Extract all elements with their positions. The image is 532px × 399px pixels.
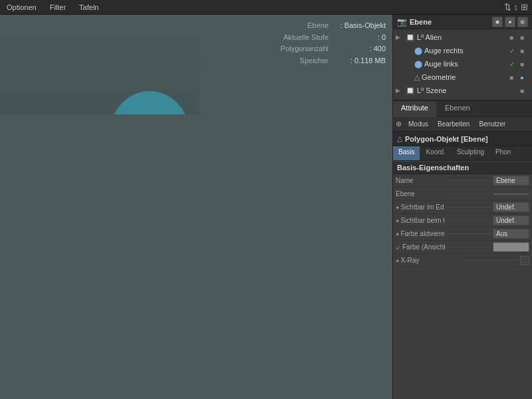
tree-vis-sq-r: ■	[520, 47, 529, 55]
section-header-basis: Basis-Eigenschaften	[393, 161, 532, 174]
prop-label-sr-container: ● Sichtbar beim Rendern	[396, 217, 493, 224]
prop-value-sr[interactable]: Undef.	[493, 215, 529, 225]
tree-label-geo: Geometrie	[422, 73, 507, 81]
tree-vis-alien: ■ ■	[509, 34, 529, 41]
prop-value-ebene[interactable]	[493, 193, 529, 196]
menubar: Optionen Filter Tafeln ⇅ ↕ ⊞	[0, 0, 532, 15]
top-icons: ⇅ ↕ ⊞	[504, 2, 529, 12]
prop-row-farbe-ansicht: ↙ Farbe (Ansicht)	[393, 241, 532, 254]
prop-row-name: Name Ebene	[393, 174, 532, 188]
info-value-2: : 400	[332, 43, 386, 55]
obj-header: △ Polygon-Objekt [Ebene]	[393, 132, 532, 146]
prop-row-xray: ● X-Ray	[393, 254, 532, 267]
icon-layout: ⊞	[521, 2, 528, 12]
menu-tafeln[interactable]: Tafeln	[76, 2, 101, 13]
prop-label-fa-container: ● Farbe aktivieren	[396, 230, 493, 237]
prop-tab-basis[interactable]: Basis	[393, 146, 420, 160]
dots-fa	[447, 233, 490, 234]
prop-tab-koord[interactable]: Koord.	[420, 146, 451, 160]
tree-vis-1: ■	[509, 34, 519, 41]
prop-label-xray-container: ● X-Ray	[396, 257, 520, 264]
tree-icon-eye-r: ⬤	[414, 47, 422, 55]
tree-vis-auge-l: ✓ ■	[509, 61, 529, 68]
scene-header: 📷 Ebene ■ ● ⊕	[393, 15, 532, 29]
attr-toolbar: ⊕ Modus Bearbeiten Benutzer	[393, 117, 532, 132]
info-label-2: Polygonanzahl	[281, 43, 329, 55]
prop-label-se-container: ● Sichtbar im Editor	[396, 203, 493, 211]
props-content: Basis-Eigenschaften Name Ebene Ebene	[393, 161, 532, 399]
tree-label-szene: L⁰ Szene	[417, 86, 518, 95]
prop-value-fansicht[interactable]	[493, 242, 529, 252]
prop-value-fa[interactable]: Aus	[493, 229, 529, 239]
info-label-0: Ebene	[307, 20, 329, 32]
prop-label-ebene: Ebene	[396, 190, 442, 198]
tree-vis-geo-2: ●	[520, 74, 529, 81]
prop-value-xray-checkbox[interactable]	[520, 256, 529, 265]
info-value-1: : 0	[332, 32, 386, 44]
indicator-fa: ●	[396, 231, 399, 237]
grid-canvas	[0, 15, 200, 114]
info-label-3: Speicher	[300, 55, 329, 67]
prop-label-fansicht: Farbe (Ansicht)	[402, 243, 445, 251]
right-panel: 📷 Ebene ■ ● ⊕ ▶ 🔲 L⁰ Alien	[392, 15, 532, 399]
scene-btn-1[interactable]: ■	[492, 17, 503, 27]
attr-toolbar-icon: ⊕	[396, 120, 402, 128]
prop-label-sr: Sichtbar beim Rendern	[400, 217, 444, 224]
prop-label-ebene-container: Ebene	[396, 190, 493, 198]
tree-label-auge-l: Auge links	[424, 60, 507, 68]
tree-item-auge-rechts[interactable]: ⬤ Auge rechts ✓ ■	[393, 44, 532, 57]
scene-tree: ▶ 🔲 L⁰ Alien ■ ■ ⬤ Auge rechts	[393, 29, 532, 98]
indicator-se: ●	[396, 204, 399, 211]
tree-icon-geo: △	[414, 73, 420, 82]
prop-label-xray: X-Ray	[400, 257, 458, 264]
main-area: Ebene : Basis-Objekt Aktuelle Stufe : 0 …	[0, 15, 532, 399]
tab-ebenen[interactable]: Ebenen	[437, 101, 479, 116]
menu-filter[interactable]: Filter	[47, 2, 68, 13]
tree-vis-check-l: ✓	[509, 61, 519, 68]
tree-vis-sq-l: ■	[520, 61, 529, 68]
prop-label-fa: Farbe aktivieren	[400, 230, 444, 237]
prop-tab-sculpting[interactable]: Sculpting	[452, 146, 490, 160]
prop-row-sichtbar-render: ● Sichtbar beim Rendern Undef.	[393, 214, 532, 227]
dots-name	[444, 180, 490, 181]
toolbar-btn-modus[interactable]: Modus	[406, 120, 431, 128]
tree-vis-geo: ■ ●	[509, 74, 529, 81]
tree-vis-check-r: ✓	[509, 47, 519, 55]
dots-ebene	[444, 194, 490, 194]
scene-btn-2[interactable]: ●	[505, 17, 515, 27]
tree-item-geometrie[interactable]: △ Geometrie ■ ●	[393, 70, 532, 84]
toolbar-btn-benutzer[interactable]: Benutzer	[476, 120, 508, 128]
prop-label-fansicht-container: ↙ Farbe (Ansicht)	[396, 243, 493, 251]
tree-icon-szene: 🔲	[406, 86, 415, 95]
dots-xray	[460, 260, 517, 261]
info-value-3: : 0.118 MB	[332, 55, 386, 67]
scene-btn-3[interactable]: ⊕	[517, 17, 528, 27]
tree-vis-szene-1: ■	[520, 87, 529, 94]
prop-label-name-container: Name	[396, 177, 493, 184]
dots-fansicht	[448, 247, 490, 247]
prop-tab-phon[interactable]: Phon	[490, 146, 517, 160]
viewport[interactable]: Ebene : Basis-Objekt Aktuelle Stufe : 0 …	[0, 15, 392, 399]
menu-optionen[interactable]: Optionen	[4, 2, 39, 13]
tree-icon-eye-l: ⬤	[414, 60, 422, 68]
prop-label-name: Name	[396, 177, 442, 184]
indicator-fansicht: ↙	[396, 244, 401, 251]
tree-item-alien[interactable]: ▶ 🔲 L⁰ Alien ■ ■	[393, 31, 532, 44]
tree-label-auge-r: Auge rechts	[424, 47, 507, 55]
tree-item-auge-links[interactable]: ⬤ Auge links ✓ ■	[393, 57, 532, 70]
prop-row-sichtbar-editor: ● Sichtbar im Editor Undef.	[393, 201, 532, 214]
indicator-sr: ●	[396, 217, 399, 224]
tree-item-szene[interactable]: ▶ 🔲 L⁰ Szene ■	[393, 84, 532, 97]
tab-attribute[interactable]: Attribute	[393, 101, 437, 117]
prop-value-se[interactable]: Undef.	[493, 202, 529, 212]
scene-title: Ebene	[410, 18, 432, 26]
indicator-xray: ●	[396, 257, 399, 264]
info-overlay: Ebene : Basis-Objekt Aktuelle Stufe : 0 …	[281, 20, 386, 66]
tree-vis-szene: ■	[520, 87, 529, 94]
prop-value-name[interactable]: Ebene	[493, 176, 529, 186]
app: Optionen Filter Tafeln ⇅ ↕ ⊞	[0, 0, 532, 399]
toolbar-btn-bearbeiten[interactable]: Bearbeiten	[435, 120, 472, 128]
scene-camera-icon: 📷	[397, 17, 407, 27]
attr-tabs: Attribute Ebenen	[393, 101, 532, 117]
tree-expand-szene: ▶	[396, 87, 404, 94]
